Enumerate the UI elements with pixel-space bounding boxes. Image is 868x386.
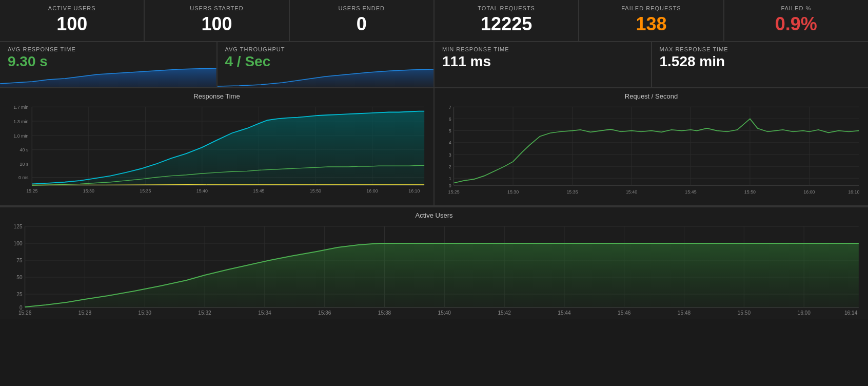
max-response-label: MAX RESPONSE TIME — [660, 46, 861, 52]
svg-text:16:10: 16:10 — [848, 189, 859, 195]
min-response-value: 111 ms — [442, 53, 643, 70]
svg-text:16:00: 16:00 — [797, 310, 811, 316]
active-users-chart-title: Active Users — [4, 211, 864, 219]
svg-text:15:30: 15:30 — [139, 310, 152, 316]
metric-row: AVG RESPONSE TIME 9.30 s AVG THROUGHPUT … — [0, 42, 868, 88]
stat-users-ended: USERS ENDED 0 — [290, 0, 435, 41]
svg-text:15:50: 15:50 — [738, 310, 751, 316]
svg-text:16:00: 16:00 — [803, 189, 815, 195]
svg-text:5: 5 — [449, 129, 451, 134]
svg-text:1.0 min: 1.0 min — [13, 133, 28, 139]
max-response-value: 1.528 min — [660, 53, 861, 70]
metric-min-response: MIN RESPONSE TIME 111 ms — [435, 42, 652, 87]
stat-active-users: ACTIVE USERS 100 — [0, 0, 145, 41]
users-started-label: USERS STARTED — [190, 5, 243, 11]
metric-avg-response-time: AVG RESPONSE TIME 9.30 s — [0, 42, 218, 87]
svg-text:16:00: 16:00 — [366, 188, 378, 194]
svg-text:15:45: 15:45 — [253, 188, 264, 194]
svg-text:15:26: 15:26 — [18, 310, 32, 316]
users-ended-value: 0 — [357, 13, 367, 35]
active-users-value: 100 — [56, 13, 87, 35]
request-per-second-title: Request / Second — [439, 92, 864, 100]
svg-text:15:40: 15:40 — [438, 310, 451, 316]
svg-text:15:35: 15:35 — [566, 189, 578, 195]
svg-text:0: 0 — [449, 183, 451, 188]
svg-text:100: 100 — [14, 241, 23, 246]
active-users-chart: 125 100 75 50 25 0 15:26 15:28 15:30 15:… — [4, 221, 864, 321]
svg-text:16:14: 16:14 — [844, 310, 858, 316]
svg-marker-0 — [0, 68, 216, 87]
svg-text:15:38: 15:38 — [378, 310, 391, 316]
svg-text:75: 75 — [16, 258, 23, 263]
metric-max-response: MAX RESPONSE TIME 1.528 min — [652, 42, 869, 87]
response-time-chart: 1.7 min 1.3 min 1.0 min 40 s 20 s 0 ms 1… — [4, 102, 429, 200]
avg-response-chart — [0, 64, 216, 87]
svg-text:15:42: 15:42 — [498, 310, 511, 316]
svg-text:2: 2 — [449, 164, 451, 169]
svg-text:15:48: 15:48 — [678, 310, 691, 316]
svg-marker-30 — [32, 111, 424, 186]
svg-marker-103 — [25, 243, 859, 307]
charts-row: Response Time 1.7 min 1.3 min 1.0 min 40… — [0, 88, 868, 206]
svg-marker-1 — [218, 69, 434, 87]
svg-text:6: 6 — [449, 117, 451, 122]
total-requests-label: TOTAL REQUESTS — [478, 5, 535, 11]
svg-text:15:50: 15:50 — [310, 188, 321, 194]
users-ended-label: USERS ENDED — [339, 5, 385, 11]
bottom-row: Active Users 125 — [0, 206, 868, 319]
min-response-label: MIN RESPONSE TIME — [442, 46, 643, 52]
request-per-second-panel: Request / Second 7 6 5 4 3 — [435, 88, 868, 205]
active-users-panel: Active Users 125 — [0, 206, 868, 319]
failed-pct-label: FAILED % — [781, 5, 811, 11]
svg-text:15:32: 15:32 — [198, 310, 211, 316]
failed-requests-value: 138 — [636, 13, 666, 35]
svg-text:1.7 min: 1.7 min — [13, 105, 28, 110]
svg-text:15:50: 15:50 — [744, 189, 756, 195]
failed-requests-label: FAILED REQUESTS — [621, 5, 681, 11]
stats-row: ACTIVE USERS 100 USERS STARTED 100 USERS… — [0, 0, 868, 42]
svg-text:15:40: 15:40 — [196, 188, 208, 194]
response-time-title: Response Time — [4, 92, 429, 100]
svg-text:15:35: 15:35 — [140, 188, 151, 194]
svg-text:3: 3 — [449, 152, 451, 158]
stat-failed-pct: FAILED % 0.9% — [724, 0, 868, 41]
svg-text:125: 125 — [14, 224, 23, 229]
svg-text:15:30: 15:30 — [507, 189, 519, 195]
svg-text:15:30: 15:30 — [83, 188, 94, 194]
svg-text:15:34: 15:34 — [258, 310, 271, 316]
svg-text:1: 1 — [449, 176, 451, 181]
avg-response-label: AVG RESPONSE TIME — [8, 46, 209, 52]
stat-users-started: USERS STARTED 100 — [145, 0, 289, 41]
svg-text:4: 4 — [449, 141, 451, 146]
svg-text:15:25: 15:25 — [26, 188, 37, 194]
svg-text:15:45: 15:45 — [685, 189, 696, 195]
svg-text:40 s: 40 s — [20, 148, 29, 153]
active-users-label: ACTIVE USERS — [48, 5, 96, 11]
avg-throughput-chart — [218, 64, 434, 87]
svg-text:16:10: 16:10 — [408, 188, 420, 194]
response-time-panel: Response Time 1.7 min 1.3 min 1.0 min 40… — [0, 88, 435, 205]
request-per-second-chart: 7 6 5 4 3 2 1 0 15:25 15:30 15:35 15:40 … — [439, 102, 864, 200]
svg-text:15:40: 15:40 — [626, 189, 637, 195]
svg-text:15:36: 15:36 — [318, 310, 331, 316]
metric-avg-throughput: AVG THROUGHPUT 4 / Sec — [218, 42, 435, 87]
svg-text:25: 25 — [16, 292, 23, 297]
failed-pct-value: 0.9% — [775, 13, 817, 35]
stat-failed-requests: FAILED REQUESTS 138 — [579, 0, 724, 41]
svg-text:50: 50 — [16, 275, 23, 280]
svg-text:20 s: 20 s — [20, 162, 29, 167]
stat-total-requests: TOTAL REQUESTS 12225 — [435, 0, 579, 41]
avg-throughput-label: AVG THROUGHPUT — [225, 46, 426, 52]
svg-text:7: 7 — [449, 105, 451, 110]
total-requests-value: 12225 — [481, 13, 532, 35]
svg-text:15:44: 15:44 — [558, 310, 571, 316]
svg-text:1.3 min: 1.3 min — [13, 119, 28, 124]
users-started-value: 100 — [201, 13, 232, 35]
svg-text:15:28: 15:28 — [78, 310, 92, 316]
svg-text:15:25: 15:25 — [448, 189, 460, 195]
svg-text:0 ms: 0 ms — [18, 175, 28, 180]
svg-text:15:46: 15:46 — [618, 310, 631, 316]
